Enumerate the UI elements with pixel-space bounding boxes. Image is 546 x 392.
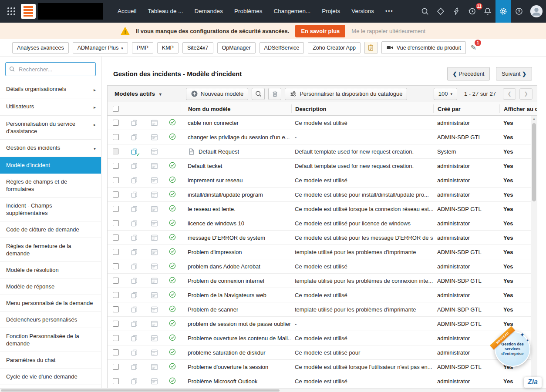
row-checkbox[interactable] [113,120,119,126]
sidebar-item[interactable]: Cycle de vie d'une demande [0,369,101,385]
template-name-link[interactable]: problem de session mot de passe oublier [188,321,291,327]
form-layout-icon[interactable] [150,147,158,156]
copy-template-icon[interactable]: ✓ [130,277,138,285]
learn-more-button[interactable]: En savoir plus [295,25,345,37]
row-checkbox[interactable] [113,235,119,241]
row-checkbox[interactable] [113,163,119,169]
previous-button[interactable]: ❮ Precedent [447,67,490,80]
row-checkbox[interactable] [113,321,119,327]
copy-template-icon[interactable]: ✓ [130,377,138,385]
copy-template-icon[interactable]: ✓ [130,305,138,314]
page-size-dropdown[interactable]: 100 ▾ [434,88,457,100]
scroll-up-arrow[interactable]: ▲ [531,116,537,122]
row-checkbox[interactable] [113,191,119,198]
form-layout-icon[interactable] [150,348,158,357]
form-layout-icon[interactable] [150,133,158,141]
copy-template-icon[interactable]: ✓ [130,348,138,357]
settings-gear-icon[interactable] [495,0,511,23]
template-name-link[interactable]: Problem de scanner [188,306,238,313]
nav-item[interactable]: Changemen... [268,0,316,23]
form-layout-icon[interactable] [150,176,158,184]
copy-template-icon[interactable]: ✓ [130,291,138,299]
quick-actions-icon[interactable] [448,0,464,23]
row-checkbox[interactable] [113,177,119,183]
table-row[interactable]: ✓ [108,331,531,345]
sidebar-item[interactable]: Modèle d'incident [0,157,101,174]
row-checkbox[interactable] [113,349,119,355]
template-name-link[interactable]: Problem de connexion internet [188,278,264,284]
row-checkbox[interactable] [113,249,119,255]
form-layout-icon[interactable] [150,162,158,170]
apps-grid-icon[interactable] [3,0,19,23]
page-next-button[interactable]: ❯ [519,88,533,100]
row-checkbox[interactable] [113,306,119,312]
template-name-link[interactable]: Problem d'impression [188,249,242,255]
copy-template-icon[interactable]: ✓ [130,147,138,156]
template-name-link[interactable]: imprement sur reseau [188,177,243,184]
esm-promo-badge[interactable]: Gestion des services d'entreprise NOUVEA… [495,331,530,367]
table-row[interactable]: ✓ [108,216,531,231]
sidebar-item[interactable]: Détails organisationnels [0,81,101,98]
copy-template-icon[interactable]: ✓ [130,176,138,184]
table-row[interactable]: ✓ [108,259,531,274]
sidebar-search-input[interactable] [5,62,96,76]
quicklink-button[interactable]: KMP [157,42,179,54]
sidebar-item[interactable]: Gestion des incidents [0,140,101,157]
delete-button[interactable] [268,88,281,100]
table-row[interactable]: ✓ [108,130,531,144]
template-name-link[interactable]: cable non connecter [188,120,239,126]
copy-template-icon[interactable]: ✓ [130,133,138,141]
template-name-link[interactable]: le reseau est lente. [188,206,236,212]
table-row[interactable]: ✓ [108,245,531,259]
template-name-link[interactable]: Problème Microsoft Outlook [188,378,257,385]
table-row[interactable]: ✓ [108,173,531,188]
template-name-link[interactable]: Probleme ouverture les contenu de Mail..… [188,335,291,342]
horizontal-scrollbar[interactable] [0,388,546,392]
copy-template-icon[interactable]: ✓ [130,262,138,271]
template-name-link[interactable]: problem dans Adobe Acrobat [188,263,260,270]
app-logo[interactable] [21,3,103,20]
nav-item[interactable]: Projets [316,0,346,23]
form-layout-icon[interactable] [150,262,158,271]
sidebar-item[interactable]: Paramètres du chat [0,352,101,369]
release-notes-icon[interactable] [364,42,377,54]
row-checkbox[interactable] [113,220,119,226]
form-layout-icon[interactable] [150,277,158,285]
copy-template-icon[interactable]: ✓ [130,191,138,199]
notifications-bell-icon[interactable]: 11 [480,0,495,23]
form-layout-icon[interactable] [150,363,158,371]
table-row[interactable]: ✓ [108,274,531,288]
search-icon[interactable] [417,0,433,23]
table-row[interactable]: ✓ [108,317,531,331]
quicklink-button[interactable]: Zoho Creator App [308,42,361,54]
quicklink-button[interactable]: ADSelfService [260,42,304,54]
vertical-scrollbar[interactable]: ▲ [531,116,537,392]
row-checkbox[interactable] [113,335,119,341]
template-name-link[interactable]: probleme saturation de diskdur [188,349,266,356]
sidebar-item[interactable]: Règles de fermeture de la demande [0,238,101,262]
select-all-checkbox[interactable] [113,106,119,112]
sidebar-item[interactable]: Personnalisation du service d'assistance [0,116,101,140]
next-button[interactable]: Suivant ❯ [496,67,532,80]
row-checkbox[interactable] [113,364,119,370]
form-layout-icon[interactable] [150,305,158,314]
quicklink-button[interactable]: Site24x7 [182,42,213,54]
template-name-link[interactable]: Problem de la Navigateurs web [188,292,266,298]
sidebar-item[interactable]: Règles de champs et de formulaires [0,174,101,198]
form-layout-icon[interactable] [150,248,158,256]
page-previous-button[interactable]: ❮ [503,88,516,100]
copy-template-icon[interactable]: ✓ [130,219,138,228]
row-checkbox[interactable] [113,206,119,212]
table-row[interactable]: ✓ [108,116,531,130]
copy-template-icon[interactable]: ✓ [130,363,138,371]
quicklink-button[interactable]: OpManager [217,42,256,54]
copy-template-icon[interactable]: ✓ [130,334,138,342]
form-layout-icon[interactable] [150,377,158,385]
row-checkbox[interactable] [113,263,119,269]
sidebar-item[interactable]: Déclencheurs personnalisés [0,312,101,328]
copy-template-icon[interactable]: ✓ [130,320,138,328]
template-name-link[interactable]: message D'ERROR de system [188,235,265,241]
form-layout-icon[interactable] [150,334,158,342]
row-checkbox[interactable] [113,148,119,154]
sidebar-item[interactable]: Modèle de résolution [0,262,101,278]
